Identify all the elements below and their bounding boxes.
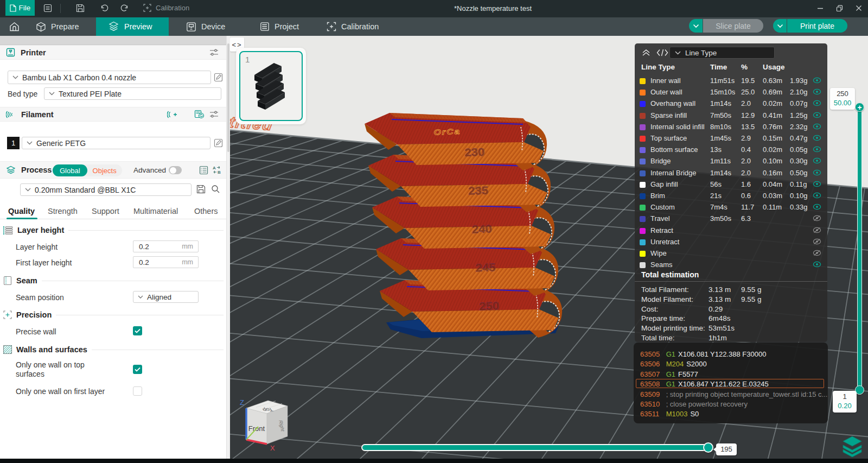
gcode-line[interactable]: 63509 ; stop printing object temperature… (640, 390, 821, 400)
eye-visible-icon[interactable] (813, 181, 821, 187)
print-plate-button[interactable]: Print plate (787, 19, 847, 33)
process-preset-select[interactable]: 0.20mm Standard @BBL X1C (20, 183, 192, 196)
layer-slider-top-handle[interactable]: + (855, 103, 864, 112)
eye-hidden-icon[interactable] (813, 250, 821, 256)
gcode-line[interactable]: 63511 M1003S0 (640, 410, 821, 420)
advanced-toggle[interactable] (169, 166, 182, 174)
eye-visible-icon[interactable] (813, 77, 821, 84)
tab-strength[interactable]: Strength (48, 204, 78, 219)
undo-icon[interactable] (99, 0, 110, 16)
eye-hidden-icon[interactable] (813, 215, 821, 221)
slice-plate-button[interactable]: Slice plate (703, 19, 763, 33)
sync-filament-icon[interactable] (194, 110, 205, 119)
close-button[interactable] (851, 0, 867, 16)
eye-visible-icon[interactable] (813, 204, 821, 210)
sidebar-scrollbar[interactable] (226, 36, 230, 459)
eye-visible-icon[interactable] (813, 123, 821, 130)
precise-wall-checkbox[interactable] (133, 326, 142, 335)
first-layer-height-input[interactable]: 0.2 mm (133, 256, 199, 268)
tab-multimaterial[interactable]: Multimaterial (133, 204, 178, 219)
line-type-row[interactable]: Travel 3m50s 6.3 (635, 213, 827, 225)
tab-support[interactable]: Support (92, 204, 119, 219)
seam-position-select[interactable]: Aligned (133, 291, 199, 303)
eye-visible-icon[interactable] (813, 112, 821, 118)
slice-dropdown-chevron[interactable] (689, 19, 703, 33)
line-type-row[interactable]: Wipe (635, 248, 827, 259)
filament-edit-icon[interactable] (214, 138, 223, 148)
only-one-wall-top-checkbox[interactable] (133, 365, 142, 374)
layers-view-icon[interactable] (841, 434, 864, 457)
line-type-row[interactable]: Internal solid infill 8m10s 13.5 0.76m 2… (635, 122, 827, 133)
print-dropdown-chevron[interactable] (773, 19, 787, 33)
gcode-view-icon[interactable] (656, 49, 668, 56)
calibration-shortcut[interactable]: Calibration (143, 0, 189, 16)
minimize-button[interactable] (812, 0, 828, 16)
gcode-line[interactable]: 63506 M204S2000 (640, 360, 821, 370)
plate-thumbnail-card[interactable]: 1 (236, 48, 306, 124)
line-type-row[interactable]: Seams (635, 259, 827, 271)
line-type-row[interactable]: Outer wall 15m10s 25.0 0.69m 2.10g (635, 87, 827, 98)
tab-preview[interactable]: Preview (96, 17, 169, 36)
process-list-icon[interactable] (199, 166, 208, 175)
collapse-panel-icon[interactable] (641, 48, 651, 57)
eye-visible-icon[interactable] (813, 192, 821, 199)
line-type-row[interactable]: Unretract (635, 237, 827, 248)
eye-visible-icon[interactable] (813, 100, 821, 106)
printer-settings-icon[interactable] (209, 48, 219, 56)
view-mode-select[interactable]: Line Type (669, 47, 775, 59)
eye-visible-icon[interactable] (813, 135, 821, 141)
gcode-line[interactable]: 63508 G1X106.847 Y121.622 E.03245 (640, 380, 821, 390)
tab-device[interactable]: Device (180, 17, 234, 36)
eye-visible-icon[interactable] (813, 157, 821, 164)
only-one-wall-first-checkbox[interactable] (133, 386, 142, 396)
line-type-row[interactable]: Gap infill 56s 1.6 0.04m 0.11g (635, 179, 827, 191)
search-preset-icon[interactable] (211, 185, 220, 194)
tab-prepare[interactable]: Prepare (30, 17, 92, 36)
global-pill[interactable]: Global (53, 164, 87, 176)
line-type-row[interactable]: Retract (635, 225, 827, 237)
bed-type-select[interactable]: Textured PEI Plate (44, 87, 221, 100)
scrollbar-thumb[interactable] (227, 43, 229, 152)
save-icon[interactable] (75, 0, 86, 16)
filament-settings-icon[interactable] (209, 110, 219, 118)
line-type-row[interactable]: Top surface 1m45s 2.9 0.15m 0.47g (635, 133, 827, 144)
objects-pill[interactable]: Objects (87, 167, 122, 175)
eye-visible-icon[interactable] (813, 146, 821, 153)
layer-height-input[interactable]: 0.2 mm (133, 240, 199, 252)
line-type-row[interactable]: Overhang wall 1m14s 2.0 0.02m 0.07g (635, 98, 827, 110)
navigation-cube[interactable]: Top Front Right Z X (234, 393, 289, 447)
viewport-3d[interactable]: 250245OrCa240OrCa235230OrCa Untitled <> … (230, 36, 868, 459)
save-preset-icon[interactable] (196, 185, 206, 194)
add-filament-icon[interactable] (167, 110, 177, 119)
line-type-row[interactable]: Bottom surface 13s 0.4 0.02m 0.05g (635, 144, 827, 156)
layer-slider-track[interactable] (857, 107, 862, 390)
file-menu-button[interactable]: File (5, 0, 35, 16)
line-type-row[interactable]: Internal Bridge 1m14s 2.0 0.16m 0.50g (635, 168, 827, 179)
line-type-row[interactable]: Sparse infill 7m50s 12.9 0.41m 1.25g (635, 110, 827, 122)
tab-quality[interactable]: Quality (8, 204, 35, 219)
eye-hidden-icon[interactable] (813, 238, 821, 245)
tab-calibration[interactable]: Calibration (321, 17, 388, 36)
line-type-row[interactable]: Bridge 1m11s 2.0 0.10m 0.30g (635, 156, 827, 167)
tab-others[interactable]: Others (194, 204, 218, 219)
filament-slot-chip[interactable]: 1 (7, 137, 20, 149)
home-button[interactable] (4, 17, 24, 36)
move-slider-track[interactable] (361, 444, 709, 451)
line-type-row[interactable]: Inner wall 11m51s 19.5 0.63m 1.93g (635, 75, 827, 87)
temperature-tower-model[interactable]: 250245OrCa240OrCa235230OrCa (348, 106, 592, 378)
line-type-row[interactable]: Custom 7m4s 11.7 0.11m 0.33g (635, 202, 827, 213)
filament-preset-select[interactable]: Generic PETG (22, 137, 210, 149)
eye-visible-icon[interactable] (813, 88, 821, 95)
restore-button[interactable] (831, 0, 847, 16)
eye-hidden-icon[interactable] (813, 227, 821, 233)
move-slider-handle[interactable] (703, 442, 713, 453)
printer-preset-select[interactable]: Bambu Lab X1 Carbon 0.4 nozzle (8, 71, 211, 84)
gcode-line[interactable]: 63510 ; close powerlost recovery (640, 400, 821, 410)
tab-project[interactable]: Project (254, 17, 308, 36)
redo-icon[interactable] (119, 0, 130, 16)
notes-icon[interactable] (42, 0, 53, 16)
eye-visible-icon[interactable] (813, 169, 821, 176)
eye-visible-icon[interactable] (813, 261, 821, 268)
line-type-row[interactable]: Brim 21s 0.6 0.03m 0.10g (635, 191, 827, 202)
compare-presets-icon[interactable]: A B (212, 165, 222, 175)
